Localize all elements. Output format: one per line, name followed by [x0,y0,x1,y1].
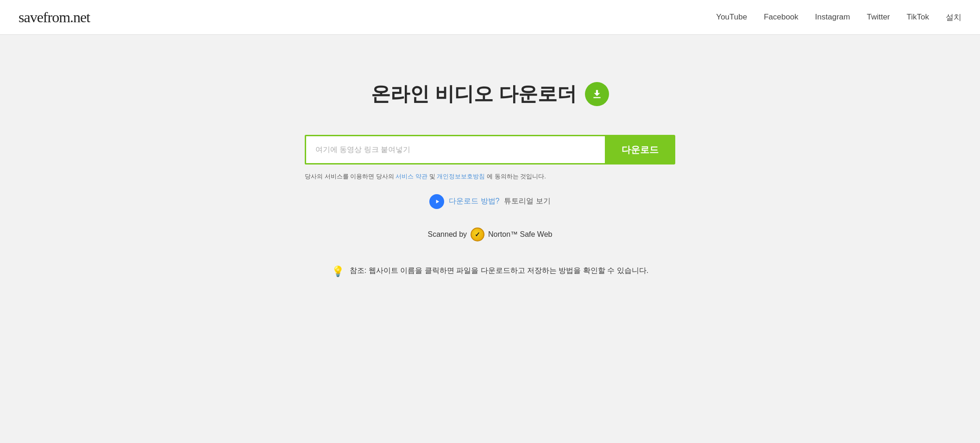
hint-row: 💡 참조: 웹사이트 이름을 클릭하면 파일을 다운로드하고 저장하는 방법을 … [313,265,667,278]
nav-youtube[interactable]: YouTube [716,13,747,22]
tutorial-row: 다운로드 방법? 튜토리얼 보기 [429,194,551,209]
arrow-down-icon [591,88,603,100]
nav-facebook[interactable]: Facebook [764,13,798,22]
play-icon-circle [429,194,444,209]
site-logo[interactable]: savefrom.net [19,9,90,26]
terms-text: 당사의 서비스를 이용하면 당사의 서비스 약관 및 개인정보보호방침 에 동의… [305,172,675,181]
tutorial-label: 튜토리얼 보기 [504,196,550,206]
norton-badge-icon [471,228,484,241]
terms-link1[interactable]: 서비스 약관 [396,173,427,180]
hint-text: 참조: 웹사이트 이름을 클릭하면 파일을 다운로드하고 저장하는 방법을 확인… [350,265,648,277]
terms-link2[interactable]: 개인정보보호방침 [437,173,485,180]
search-bar-container: 다운로드 [305,135,675,165]
play-icon [434,198,440,205]
norton-row: Scanned by Norton™ Safe Web [428,228,553,241]
terms-middle: 및 [427,173,437,180]
norton-brand-text: Norton™ Safe Web [488,230,552,239]
download-button[interactable]: 다운로드 [605,135,675,165]
nav-instagram[interactable]: Instagram [815,13,850,22]
download-circle-icon [585,82,609,106]
nav-twitter[interactable]: Twitter [867,13,890,22]
url-input[interactable] [305,135,605,165]
norton-scanned-text: Scanned by [428,230,467,239]
tutorial-link[interactable]: 다운로드 방법? [449,196,499,206]
nav-install[interactable]: 설치 [946,12,961,23]
terms-prefix: 당사의 서비스를 이용하면 당사의 [305,173,396,180]
hero-title-text: 온라인 비디오 다운로더 [371,81,576,107]
terms-suffix: 에 동의하는 것입니다. [485,173,546,180]
nav-tiktok[interactable]: TikTok [907,13,930,22]
lightbulb-icon: 💡 [332,266,344,278]
main-nav: YouTube Facebook Instagram Twitter TikTo… [716,12,961,23]
hero-section: 온라인 비디오 다운로더 [371,81,609,107]
